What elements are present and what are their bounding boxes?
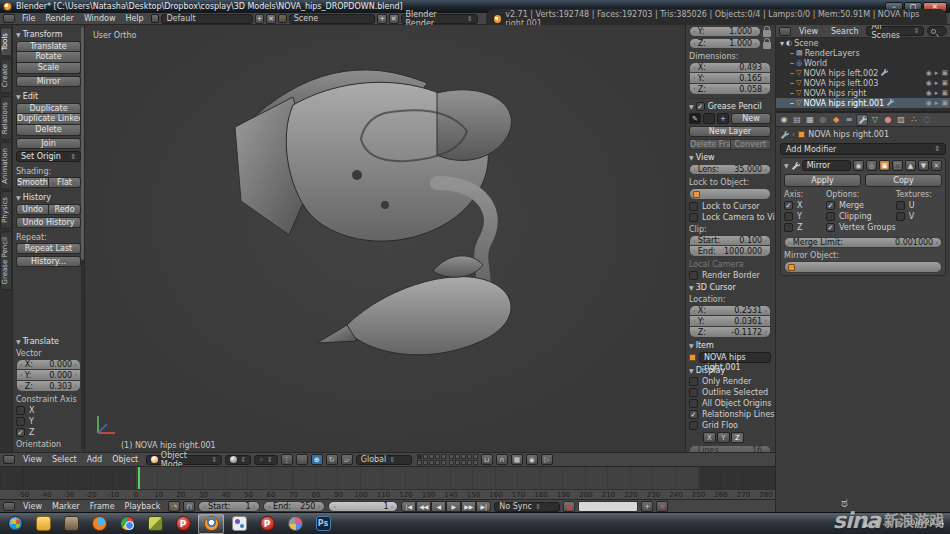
mirror-texture-u-checkbox[interactable]: U	[896, 201, 944, 210]
dimension-yfield[interactable]: ‹Y:0.165›	[689, 73, 771, 84]
scale-button[interactable]: Scale	[16, 63, 81, 74]
dimension-zfield[interactable]: ‹Z:0.058›	[689, 84, 771, 95]
layer-cell[interactable]	[467, 460, 472, 465]
taskbar-character-app-icon[interactable]	[58, 514, 84, 534]
view-panel-header[interactable]: ▼View	[689, 153, 771, 162]
selectability-arrow-icon[interactable]: ▸	[935, 89, 939, 97]
modifier-view-toggle[interactable]: ◎	[866, 160, 877, 171]
keying-set-field[interactable]	[578, 501, 638, 512]
layer-cell[interactable]	[429, 454, 434, 459]
lens-field[interactable]: ‹Lens:35.000›	[689, 164, 771, 175]
decrement-arrow-icon[interactable]: ‹	[20, 361, 23, 369]
viewport-editor-icon[interactable]	[3, 455, 15, 464]
render-camera-icon[interactable]: ▣	[941, 79, 948, 87]
taskbar-molecule-app-icon[interactable]	[226, 514, 252, 534]
smooth-button[interactable]: Smooth	[16, 177, 49, 188]
menu-file[interactable]: File	[17, 14, 40, 23]
timeline-frames-area[interactable]	[0, 467, 775, 489]
lock-camera-checkbox[interactable]: Lock Camera to View	[689, 213, 771, 222]
increment-arrow-icon[interactable]: ›	[764, 317, 767, 325]
mirror-button[interactable]: Mirror	[16, 76, 81, 87]
clip-start-field[interactable]: ‹Start:0.100›	[689, 235, 771, 246]
taskbar-red-p-app-icon[interactable]: P	[170, 514, 196, 534]
shelf-tab-animation[interactable]: Animation	[0, 142, 12, 190]
lock-to-object-field[interactable]	[689, 188, 771, 200]
mirror-option-vertex-groups-checkbox[interactable]: ✓Vertex Groups	[826, 223, 896, 232]
add-modifier-dropdown[interactable]: Add Modifier ⇕	[780, 143, 946, 155]
end-frame-field[interactable]: ‹ End:250 ›	[263, 501, 325, 512]
lock-icon[interactable]	[763, 30, 771, 37]
properties-tab-particles[interactable]: ∴	[908, 114, 920, 126]
decrement-arrow-icon[interactable]: ‹	[693, 85, 696, 93]
undo-button[interactable]: Undo	[16, 204, 49, 215]
lock-icon[interactable]	[763, 42, 771, 49]
layer-cell[interactable]	[441, 454, 446, 459]
modifier-name-field[interactable]: Mirror	[802, 160, 851, 171]
decrement-arrow-icon[interactable]: ‹	[693, 307, 696, 315]
layer-cell[interactable]	[461, 460, 466, 465]
info-editor-icon[interactable]	[3, 14, 15, 23]
taskbar-paint-app-icon[interactable]	[282, 514, 308, 534]
transform-panel-header[interactable]: ▼Transform	[16, 30, 81, 39]
properties-tab-render[interactable]: ◉	[778, 114, 790, 126]
properties-tab-modifiers[interactable]	[856, 114, 868, 126]
outliner-view-menu[interactable]: View	[794, 27, 823, 36]
outliner-search-menu[interactable]: Search	[826, 27, 863, 36]
delete-keyframe-icon[interactable]: ✕	[656, 501, 668, 512]
shelf-tab-relations[interactable]: Relations	[0, 96, 12, 140]
screen-layout-icon[interactable]	[151, 14, 160, 23]
taskbar-explorer-icon[interactable]	[30, 514, 56, 534]
cursor-zfield[interactable]: ‹Z:-0.1172›	[689, 327, 771, 338]
current-frame-field[interactable]: ‹ 1 ›	[328, 501, 398, 512]
menu-window[interactable]: Window	[79, 14, 121, 23]
increment-arrow-icon[interactable]: ›	[764, 64, 767, 72]
modifier-move-up-button[interactable]: ▲	[905, 160, 916, 171]
constraint-axis-y-checkbox[interactable]: Y	[16, 417, 81, 426]
menu-render[interactable]: Render	[40, 14, 78, 23]
vector-yfield[interactable]: ‹Y:0.000›	[16, 370, 81, 381]
play-reverse-button[interactable]: ◀	[431, 501, 446, 512]
shelf-tab-tools[interactable]: Tools	[0, 27, 12, 56]
flat-button[interactable]: Flat	[49, 177, 81, 188]
display-only-render-checkbox[interactable]: Only Render	[689, 377, 771, 386]
scene-delete-button[interactable]: ✕	[389, 14, 399, 24]
layer-cell[interactable]	[435, 454, 440, 459]
lock-frame-icon[interactable]: ⊓	[183, 501, 195, 512]
menu-help[interactable]: Help	[120, 14, 148, 23]
visibility-eye-icon[interactable]: ◉	[926, 69, 932, 77]
preview-range-icon[interactable]: ◔	[168, 501, 180, 512]
new-layer-button[interactable]: New Layer	[689, 126, 771, 137]
collapse-triangle-icon[interactable]: ▼	[784, 162, 789, 169]
increment-arrow-icon[interactable]: ›	[764, 85, 767, 93]
increment-arrow-icon[interactable]: ›	[74, 371, 77, 379]
layer-cell[interactable]	[455, 454, 460, 459]
taskbar-red-p-app-2-icon[interactable]: P	[254, 514, 280, 534]
item-name-field[interactable]: NOVA hips right.001	[699, 352, 771, 363]
taskbar-firefox-icon[interactable]	[86, 514, 112, 534]
set-origin-dropdown[interactable]: Set Origin ⇕	[16, 151, 81, 162]
layer-cell[interactable]	[449, 454, 454, 459]
shelf-tab-physics[interactable]: Physics	[0, 191, 12, 229]
layer-cell[interactable]	[435, 460, 440, 465]
history-button[interactable]: History...	[16, 256, 81, 267]
grid-axis-x-toggle[interactable]: X	[703, 432, 716, 443]
layers-widget[interactable]	[417, 454, 478, 465]
outliner-editor-icon[interactable]	[779, 27, 791, 36]
next-keyframe-button[interactable]: ▶▶	[461, 501, 476, 512]
render-engine-select[interactable]: Blender Render ⇕	[401, 14, 478, 24]
toolshelf-scrollbar[interactable]	[81, 27, 84, 450]
layer-cell[interactable]	[417, 454, 422, 459]
properties-tab-data[interactable]: ▽	[869, 114, 881, 126]
vector-zfield[interactable]: ‹Z:0.303›	[16, 381, 81, 392]
redo-button[interactable]: Redo	[49, 204, 81, 215]
taskbar-chrome-icon[interactable]	[114, 514, 140, 534]
timeline-menu-view[interactable]: View	[18, 502, 47, 511]
shelf-tab-create[interactable]: Create	[0, 58, 12, 93]
grease-pencil-panel-header[interactable]: ▼✓Grease Pencil	[689, 102, 771, 111]
viewport-menu-add[interactable]: Add	[82, 455, 108, 464]
pivot-select[interactable]: ◦⇕	[254, 455, 278, 465]
outliner-search-input[interactable]	[927, 26, 947, 36]
visibility-eye-icon[interactable]: ◉	[926, 99, 932, 107]
layer-cell[interactable]	[429, 460, 434, 465]
selectability-arrow-icon[interactable]: ▸	[935, 99, 939, 107]
